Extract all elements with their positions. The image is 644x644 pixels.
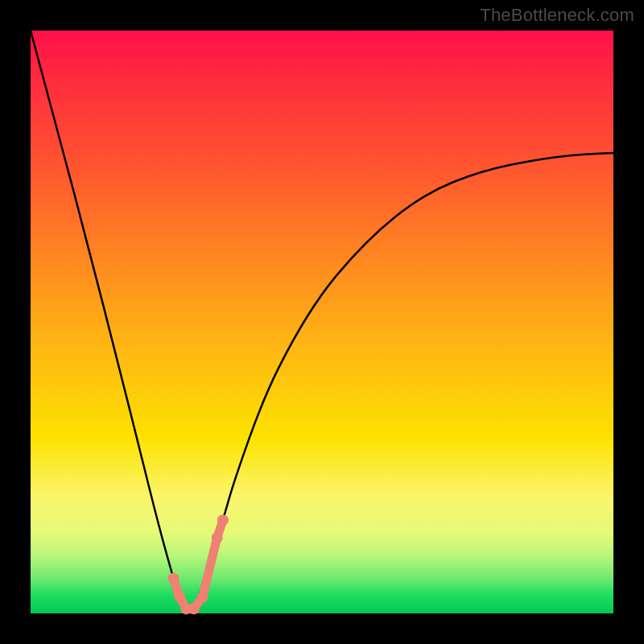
chart-frame: TheBottleneck.com [0, 0, 644, 644]
curve-layer [31, 31, 613, 613]
attribution-text: TheBottleneck.com [480, 5, 634, 26]
bottleneck-curve [31, 31, 613, 610]
marker-dot [167, 573, 179, 584]
marker-dot [188, 603, 200, 614]
marker-dot [212, 532, 223, 543]
marker-dot [197, 592, 208, 603]
marker-dot [174, 590, 185, 601]
marker-dot [217, 514, 229, 526]
plot-area [31, 31, 613, 613]
